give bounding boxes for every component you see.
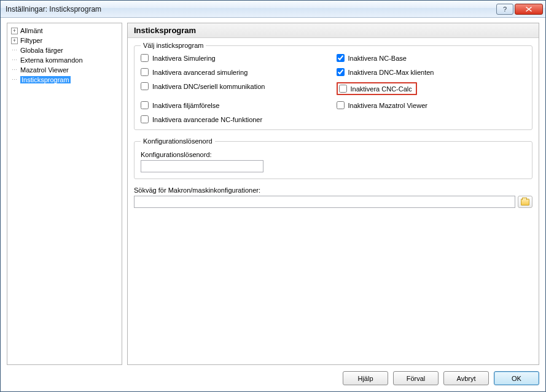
ok-button[interactable]: OK <box>494 371 539 385</box>
plugin-checkbox[interactable]: Inaktivera DNC/seriell kommunikation <box>141 82 330 90</box>
group-macro-path: Sökväg för Makron/maskinkonfigurationer: <box>134 186 532 208</box>
tree-item[interactable]: ⋯Insticksprogram <box>9 75 120 85</box>
folder-icon <box>521 199 529 206</box>
titlebar: Inställningar: Insticksprogram ? <box>1 1 545 18</box>
checkbox-label: Inaktivera Mazatrol Viewer <box>348 102 427 109</box>
window-buttons: ? <box>495 4 543 15</box>
plugin-checkbox[interactable]: Inaktivera avancerad simulering <box>141 68 330 76</box>
group-select-plugins: Välj insticksprogram Inaktivera Simuleri… <box>134 42 532 130</box>
tree-leaf-icon: ⋯ <box>11 47 18 53</box>
tree-item[interactable]: +Allmänt <box>9 26 120 36</box>
checkbox-label: Inaktivera DNC/seriell kommunikation <box>152 83 265 90</box>
checkbox-label: Inaktivera filjämförelse <box>152 102 219 109</box>
group-password-legend: Konfigurationslösenord <box>141 137 215 145</box>
tree-item[interactable]: ⋯Globala färger <box>9 45 120 55</box>
tree-item[interactable]: ⋯Mazatrol Viewer <box>9 65 120 75</box>
plugin-checkbox[interactable]: Inaktivera DNC-Max klienten <box>337 68 526 76</box>
checkbox-label: Inaktivera NC-Base <box>348 55 407 62</box>
config-password-input[interactable] <box>141 160 263 172</box>
checkbox-input[interactable] <box>337 68 345 76</box>
expand-icon[interactable]: + <box>11 37 18 44</box>
macro-path-input[interactable] <box>134 196 515 208</box>
tree-item-label: Insticksprogram <box>20 76 71 83</box>
checkbox-input[interactable] <box>141 54 149 62</box>
tree-item-label: Mazatrol Viewer <box>20 66 69 74</box>
content-heading: Insticksprogram <box>128 23 539 38</box>
checkbox-input[interactable] <box>337 54 345 62</box>
tree-leaf-icon: ⋯ <box>11 77 18 83</box>
plugin-checkbox-grid: Inaktivera SimuleringInaktivera NC-BaseI… <box>141 54 526 123</box>
defaults-button[interactable]: Förval <box>393 371 439 385</box>
checkbox-label: Inaktivera Simulering <box>152 55 216 62</box>
checkbox-input[interactable] <box>337 101 345 109</box>
plugin-checkbox[interactable]: Inaktivera Simulering <box>141 54 330 62</box>
tree-item-label: Filtyper <box>20 37 42 44</box>
expand-icon[interactable]: + <box>11 28 18 34</box>
plugin-checkbox[interactable]: Inaktivera NC-Base <box>337 54 526 62</box>
tree-item-label: Globala färger <box>20 47 63 54</box>
dialog-footer: Hjälp Förval Avbryt OK <box>7 365 539 385</box>
checkbox-input[interactable] <box>339 85 347 93</box>
settings-dialog: Inställningar: Insticksprogram ? +Allmän… <box>0 0 546 392</box>
checkbox-label: Inaktivera avancerad simulering <box>152 69 248 76</box>
tree-item[interactable]: ⋯Externa kommandon <box>9 55 120 65</box>
group-select-legend: Välj insticksprogram <box>141 42 206 49</box>
cancel-button[interactable]: Avbryt <box>443 371 489 385</box>
help-button[interactable]: Hjälp <box>343 371 388 385</box>
tree-item-label: Allmänt <box>20 27 43 34</box>
content-panel: Insticksprogram Välj insticksprogram Ina… <box>127 23 539 365</box>
checkbox-label: Inaktivera CNC-Calc <box>351 85 412 93</box>
tree-item[interactable]: +Filtyper <box>9 36 120 45</box>
highlighted-option: Inaktivera CNC-Calc <box>337 82 417 95</box>
tree-leaf-icon: ⋯ <box>11 67 18 73</box>
plugin-checkbox[interactable]: Inaktivera Mazatrol Viewer <box>337 101 526 109</box>
help-window-button[interactable]: ? <box>496 4 513 15</box>
content-body: Välj insticksprogram Inaktivera Simuleri… <box>128 38 539 364</box>
close-window-button[interactable] <box>515 4 543 15</box>
password-field-label: Konfigurationslösenord: <box>141 151 526 158</box>
checkbox-label: Inaktivera avancerade NC-funktioner <box>152 116 262 123</box>
group-config-password: Konfigurationslösenord Konfigurationslös… <box>134 137 532 179</box>
plugin-checkbox[interactable]: Inaktivera filjämförelse <box>141 101 330 109</box>
window-title: Inställningar: Insticksprogram <box>6 5 495 13</box>
category-tree[interactable]: +Allmänt+Filtyper⋯Globala färger⋯Externa… <box>7 23 122 365</box>
browse-folder-button[interactable] <box>518 196 532 208</box>
checkbox-input[interactable] <box>141 115 149 123</box>
checkbox-input[interactable] <box>141 82 149 90</box>
plugin-checkbox[interactable]: Inaktivera CNC-Calc <box>339 85 412 93</box>
checkbox-label: Inaktivera DNC-Max klienten <box>348 69 434 76</box>
client-area: +Allmänt+Filtyper⋯Globala färger⋯Externa… <box>1 18 545 391</box>
plugin-checkbox[interactable]: Inaktivera avancerade NC-funktioner <box>141 115 330 123</box>
checkbox-input[interactable] <box>141 101 149 109</box>
tree-leaf-icon: ⋯ <box>11 57 18 63</box>
macro-path-label: Sökväg för Makron/maskinkonfigurationer: <box>134 186 532 194</box>
tree-item-label: Externa kommandon <box>20 56 83 64</box>
checkbox-input[interactable] <box>141 68 149 76</box>
